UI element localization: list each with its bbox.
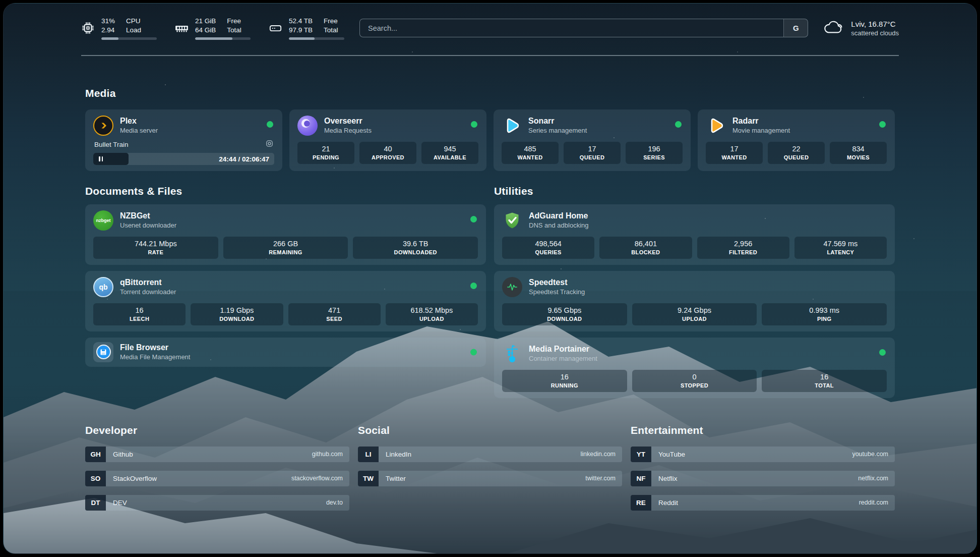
status-dot [470, 216, 477, 222]
search-bar: G [359, 19, 808, 37]
pause-icon[interactable] [99, 156, 103, 161]
app-name: qBittorrent [120, 278, 176, 287]
stat-value: 40 [361, 145, 414, 153]
weather-widget: Lviv, 16.87°C scattered clouds [823, 19, 899, 38]
stat-value: 744.21 Mbps [95, 240, 216, 248]
stat-value: 39.6 TB [355, 240, 476, 248]
ram-free-label: Free [227, 17, 241, 26]
sonarr-card[interactable]: Sonarr Series management 485WANTED 17QUE… [494, 109, 691, 171]
section-title-documents: Documents & Files [85, 185, 486, 197]
cloud-icon [823, 19, 844, 38]
stat-label: MOVIES [832, 154, 885, 160]
search-input[interactable] [360, 19, 783, 37]
filebrowser-card[interactable]: File Browser Media File Management [85, 338, 486, 367]
plex-card[interactable]: Plex Media server Bullet Train 24:4 [85, 109, 282, 171]
link-reddit[interactable]: RE Reddit reddit.com [631, 495, 895, 511]
link-stackoverflow[interactable]: SO StackOverflow stackoverflow.com [85, 471, 349, 486]
stat-value: 86,401 [601, 240, 690, 248]
portainer-card[interactable]: Media Portainer Container management 16R… [494, 338, 895, 398]
stat-label: FILTERED [699, 249, 787, 255]
stat-stopped: 0STOPPED [632, 370, 757, 392]
link-abbr: DT [85, 495, 106, 511]
stat-filtered: 2,956FILTERED [697, 237, 789, 259]
search-engine-button[interactable]: G [783, 19, 808, 37]
stat-label: QUERIES [504, 249, 592, 255]
link-netflix[interactable]: NF Netflix netflix.com [631, 471, 895, 486]
link-youtube[interactable]: YT YouTube youtube.com [631, 447, 895, 462]
link-dev[interactable]: DT DEV dev.to [85, 495, 349, 511]
developer-section: Developer GH Github github.com SO StackO… [85, 424, 349, 511]
status-dot [471, 121, 477, 128]
sonarr-icon [502, 116, 522, 136]
app-name: Speedtest [529, 278, 585, 287]
app-name: Overseerr [324, 117, 372, 126]
link-url: linkedin.com [581, 447, 622, 462]
now-playing-title: Bullet Train [94, 141, 129, 148]
disk-stat: 52.4 TB 97.9 TB Free Total [269, 17, 344, 40]
adguard-card[interactable]: AdGuard Home DNS and adblocking 498,564Q… [494, 204, 895, 265]
stat-download: 1.19 GbpsDOWNLOAD [191, 303, 283, 325]
link-url: dev.to [326, 495, 349, 511]
playback-progress-bar[interactable]: 24:44 / 02:06:47 [93, 153, 274, 165]
disk-icon [269, 21, 282, 35]
overseerr-card[interactable]: Overseerr Media Requests 21PENDING 40APP… [289, 109, 486, 171]
status-dot [470, 283, 477, 289]
disk-free-label: Free [324, 17, 338, 26]
section-title-media: Media [85, 87, 895, 99]
link-url: youtube.com [852, 447, 895, 462]
link-abbr: NF [631, 471, 651, 486]
stat-ping: 0.993 msPING [762, 303, 887, 325]
stat-label: WANTED [708, 154, 761, 160]
status-dot [470, 349, 477, 355]
stat-label: PING [764, 316, 885, 322]
disk-total-value: 97.9 TB [289, 26, 313, 35]
app-desc: Torrent downloader [120, 288, 176, 296]
app-desc: Media Requests [324, 127, 372, 134]
stat-value: 47.569 ms [797, 240, 885, 248]
entertainment-section: Entertainment YT YouTube youtube.com NF … [631, 424, 895, 511]
link-url: reddit.com [859, 495, 895, 511]
ram-progress-bar [195, 37, 251, 40]
ram-total-value: 64 GiB [195, 26, 216, 35]
app-name: Radarr [732, 117, 790, 126]
media-card-row: Plex Media server Bullet Train 24:4 [85, 109, 895, 171]
link-url: twitter.com [585, 471, 622, 486]
disk-total-label: Total [324, 26, 338, 35]
link-abbr: GH [85, 447, 106, 462]
qbittorrent-icon: qb [93, 277, 113, 297]
link-twitter[interactable]: TW Twitter twitter.com [358, 471, 622, 486]
link-name: Github [106, 447, 312, 462]
disk-free-value: 52.4 TB [289, 17, 313, 26]
stat-seed: 471SEED [288, 303, 381, 325]
stat-value: 498,564 [504, 240, 592, 248]
nzbget-card[interactable]: nzbget NZBGet Usenet downloader 744.21 M… [85, 204, 486, 265]
adguard-icon [502, 210, 522, 231]
stat-downloaded: 39.6 TBDOWNLOADED [353, 237, 478, 259]
link-name: DEV [106, 495, 326, 511]
section-title-utilities: Utilities [494, 185, 895, 197]
section-title-entertainment: Entertainment [631, 424, 895, 436]
stat-value: 1.19 Gbps [193, 306, 281, 314]
snow-specks [4, 4, 5, 5]
stat-label: DOWNLOADED [355, 249, 476, 255]
link-name: YouTube [651, 447, 852, 462]
ram-total-label: Total [227, 26, 241, 35]
link-linkedin[interactable]: LI LinkedIn linkedin.com [358, 447, 622, 462]
stat-value: 266 GB [225, 240, 346, 248]
stat-label: REMAINING [225, 249, 346, 255]
session-icon[interactable] [266, 140, 273, 149]
stat-value: 485 [504, 145, 557, 153]
qbittorrent-card[interactable]: qb qBittorrent Torrent downloader 16LEEC… [85, 271, 486, 331]
stat-label: DOWNLOAD [504, 316, 625, 322]
app-desc: DNS and adblocking [529, 221, 589, 229]
radarr-card[interactable]: Radarr Movie management 17WANTED 22QUEUE… [698, 109, 895, 171]
stat-queued: 17QUEUED [564, 142, 621, 164]
link-github[interactable]: GH Github github.com [85, 447, 349, 462]
speedtest-card[interactable]: Speedtest Speedtest Tracking 9.65 GbpsDO… [494, 271, 895, 331]
stat-label: TOTAL [764, 382, 885, 388]
stat-label: RATE [95, 249, 216, 255]
stat-available: 945AVAILABLE [421, 142, 478, 164]
link-abbr: RE [631, 495, 651, 511]
status-dot [675, 121, 682, 128]
stat-label: QUEUED [770, 154, 823, 160]
